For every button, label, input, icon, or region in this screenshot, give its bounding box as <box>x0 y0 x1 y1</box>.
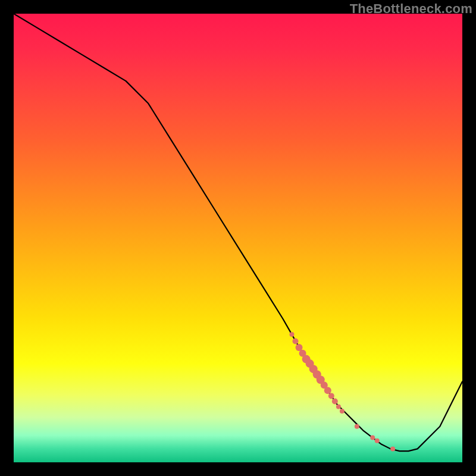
data-dot <box>289 332 294 337</box>
watermark-text: TheBottleneck.com <box>350 1 472 17</box>
data-dot <box>340 409 345 414</box>
data-dot <box>355 424 359 429</box>
data-dot <box>336 405 341 409</box>
chart-svg <box>14 14 462 462</box>
plot-area <box>14 14 462 462</box>
data-dot <box>370 436 375 440</box>
data-dot <box>293 338 299 344</box>
curve-line <box>14 14 462 451</box>
data-dot <box>390 446 395 451</box>
data-dot <box>328 393 334 399</box>
data-dot <box>332 398 338 404</box>
data-dots <box>289 332 395 451</box>
chart-frame: TheBottleneck.com <box>0 0 476 476</box>
data-dot <box>324 387 331 394</box>
data-dot <box>375 439 380 443</box>
